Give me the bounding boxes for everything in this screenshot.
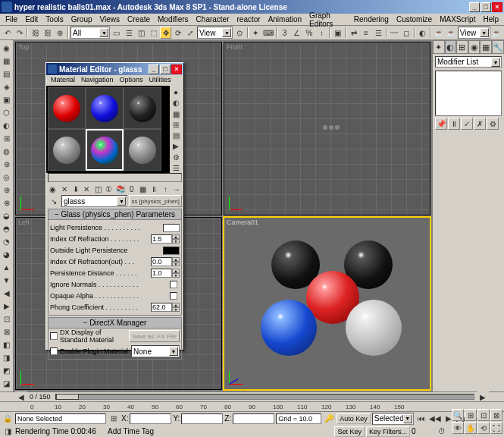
tool-icon[interactable]: ⊛ — [1, 158, 13, 170]
current-frame[interactable]: 0 — [412, 427, 434, 435]
tab-utilities[interactable]: 🔧 — [492, 40, 504, 54]
menu-reactor[interactable]: reactor — [233, 14, 265, 24]
tab-display[interactable]: ▦ — [480, 40, 492, 54]
menu-tools[interactable]: Tools — [42, 14, 67, 24]
sample-slot-1[interactable] — [48, 87, 86, 129]
tool-icon[interactable]: ◪ — [1, 377, 13, 389]
select-region-button[interactable]: ◫ — [136, 27, 147, 39]
named-sel-button[interactable]: ▣ — [332, 27, 343, 39]
menu-animation[interactable]: Animation — [265, 14, 305, 24]
video-check-button[interactable]: ▤ — [170, 130, 182, 140]
enable-plugin-checkbox[interactable] — [50, 347, 58, 355]
persist-dist-spinner[interactable]: ▲▼ — [151, 269, 180, 278]
phong-spinner[interactable]: ▲▼ — [151, 303, 180, 312]
keyfilters-button[interactable]: Key Filters... — [366, 426, 410, 437]
link-button[interactable]: ⛓ — [30, 27, 41, 39]
remove-button[interactable]: ✗ — [474, 118, 486, 130]
mat-type-button[interactable]: ss [physics_phen] — [129, 195, 182, 207]
tool-icon[interactable]: ◈ — [1, 80, 13, 93]
sample-slot-2[interactable] — [86, 87, 124, 129]
menu-group[interactable]: Group — [67, 14, 96, 24]
save-fx-button[interactable]: Save as .FX File — [129, 330, 180, 342]
tool-icon[interactable]: ◎ — [1, 171, 13, 183]
align-button[interactable]: ≡ — [360, 27, 371, 39]
time-ruler[interactable]: 0 10 20 30 40 50 60 70 80 90 100 110 120… — [0, 401, 504, 412]
modifier-list-combo[interactable]: Modifier List▼ — [435, 56, 502, 68]
mat-menu-navigation[interactable]: Navigation — [78, 75, 117, 86]
tool-icon[interactable]: ◀ — [1, 287, 13, 299]
arc-rotate-button[interactable]: ⟲ — [477, 422, 490, 434]
menu-modifiers[interactable]: Modifiers — [154, 14, 193, 24]
menu-grapheditors[interactable]: Graph Editors — [305, 11, 350, 29]
ior-spinner[interactable]: ▲▼ — [151, 234, 180, 244]
ior-out-spinner[interactable]: ▲▼ — [151, 257, 180, 266]
ignore-normals-checkbox[interactable] — [170, 281, 177, 288]
rotate-button[interactable]: ⟳ — [172, 27, 183, 39]
get-material-button[interactable]: ◉ — [48, 183, 58, 195]
script-icon[interactable]: ◨ — [2, 426, 14, 438]
tab-hierarchy[interactable]: ⊞ — [456, 40, 468, 54]
view-combo[interactable]: View▼ — [458, 27, 490, 39]
tool-icon[interactable]: ◔ — [1, 235, 13, 247]
tool-icon[interactable]: ⊕ — [1, 184, 13, 196]
tool-icon[interactable]: ▼ — [1, 274, 13, 286]
options-button[interactable]: ⚙ — [170, 152, 182, 162]
menu-create[interactable]: Create — [124, 14, 154, 24]
tab-create[interactable]: ✦ — [433, 40, 445, 54]
add-time-tag[interactable]: Add Time Tag — [108, 427, 333, 435]
select-button[interactable]: ▭ — [111, 27, 122, 39]
tool-icon[interactable]: ◧ — [1, 338, 13, 351]
opaque-alpha-checkbox[interactable] — [170, 292, 177, 300]
timeline[interactable]: ◀ 0 / 150 ▶ — [0, 392, 504, 401]
move-button[interactable]: ✥ — [160, 27, 171, 39]
make-copy-button[interactable]: ◫ — [92, 183, 103, 195]
curve-editor-button[interactable]: 〰 — [389, 27, 400, 39]
quick-render-button[interactable]: ☕ — [446, 27, 457, 39]
show-map-button[interactable]: ▦ — [138, 183, 149, 195]
rollout-header-glass[interactable]: − Glass (physics_phen) Parameters — [49, 209, 181, 220]
make-preview-button[interactable]: ▶ — [170, 141, 182, 151]
bind-button[interactable]: ⊕ — [55, 27, 66, 39]
tool-icon[interactable]: ▦ — [1, 55, 13, 67]
undo-button[interactable]: ↶ — [2, 27, 13, 39]
maximize-vp-button[interactable]: ⛶ — [490, 422, 502, 434]
menu-help[interactable]: Help — [479, 14, 502, 24]
menu-character[interactable]: Character — [193, 14, 233, 24]
tool-icon[interactable]: ⊡ — [1, 313, 13, 325]
pan-button[interactable]: ✋ — [465, 422, 477, 434]
tab-modify[interactable]: ◐ — [445, 40, 457, 54]
menu-file[interactable]: File — [2, 14, 21, 24]
mat-close-button[interactable]: × — [171, 64, 182, 74]
menu-views[interactable]: Views — [96, 14, 124, 24]
outside-light-swatch[interactable] — [163, 247, 180, 255]
sample-type-button[interactable]: ● — [170, 87, 182, 97]
mat-menu-options[interactable]: Options — [117, 75, 146, 86]
y-field[interactable] — [181, 413, 223, 424]
assign-button[interactable]: ⬇ — [70, 183, 81, 195]
unique-button[interactable]: ✓ — [461, 118, 473, 130]
menu-customize[interactable]: Customize — [393, 14, 436, 24]
zoom-extents-button[interactable]: ⊡ — [477, 409, 490, 421]
sample-uv-button[interactable]: ⊞ — [170, 120, 182, 130]
time-config-button[interactable]: ⏱ — [436, 426, 448, 438]
time-slider[interactable] — [55, 394, 474, 400]
spinner-snap-button[interactable]: ↕ — [316, 27, 327, 39]
menu-rendering[interactable]: Rendering — [350, 14, 393, 24]
go-sibling-button[interactable]: → — [171, 183, 182, 195]
refcoord-combo[interactable]: View▼ — [197, 27, 233, 39]
keyboard-button[interactable]: ⌨ — [262, 27, 274, 39]
unlink-button[interactable]: ⛓ — [42, 27, 54, 39]
x-field[interactable] — [130, 413, 171, 424]
render-button[interactable]: ☕ — [491, 27, 502, 39]
tool-icon[interactable]: ⊞ — [1, 132, 13, 144]
background-button[interactable]: ▦ — [170, 109, 182, 119]
mat-max-button[interactable]: □ — [160, 64, 171, 74]
put-to-lib-button[interactable]: 📚 — [115, 183, 126, 195]
tool-icon[interactable]: ▲ — [1, 261, 13, 273]
tool-icon[interactable]: ◒ — [1, 209, 13, 222]
zoom-all-button[interactable]: ⊞ — [465, 409, 477, 421]
put-to-scene-button[interactable]: ✕ — [59, 183, 70, 195]
select-by-mat-button[interactable]: ☰ — [170, 163, 182, 173]
pin-stack-button[interactable]: 📌 — [435, 118, 447, 130]
tool-icon[interactable]: ▶ — [1, 300, 13, 312]
